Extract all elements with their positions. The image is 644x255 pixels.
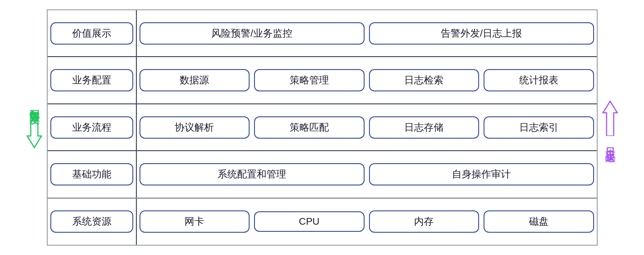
box-feng-xian-yu-jing: 风险预警/业务监控: [139, 22, 365, 45]
row-business-flow: 业务流程 协议解析 策略匹配 日志存储 日志索引: [48, 104, 597, 151]
box-ri-zhi-jian-suo: 日志检索: [369, 69, 480, 91]
cell-rest-biz-flow: 协议解析 策略匹配 日志存储 日志索引: [137, 104, 597, 150]
box-wang-ka: 网卡: [139, 210, 250, 233]
cell-rest-sys-res: 网卡 CPU 内存 磁盘: [137, 199, 597, 245]
box-ce-lue-pi-pei: 策略匹配: [254, 116, 365, 139]
right-arrow-container: 日志上送: [599, 45, 621, 206]
box-ye-wu-liu-cheng: 业务流程: [50, 116, 133, 139]
box-xi-tong-zi-yuan: 系统资源: [50, 210, 133, 233]
box-xie-yi-jie-xi: 协议解析: [139, 116, 250, 139]
box-ri-zhi-cun-chu: 日志存储: [369, 116, 480, 139]
rows-container: 价值展示 风险预警/业务监控 告警外发/日志上报 业务配置: [48, 10, 597, 245]
cell-rest-basic: 系统配置和管理 自身操作审计: [137, 151, 597, 197]
row-top: 价值展示 风险预警/业务监控 告警外发/日志上报: [48, 10, 597, 57]
box-zi-shen-cao-zuo: 自身操作审计: [369, 163, 594, 185]
box-ci-pan: 磁盘: [484, 210, 594, 233]
cell-rest-top: 风险预警/业务监控 告警外发/日志上报: [137, 10, 597, 56]
cell-col1-top: 价值展示: [48, 10, 137, 56]
cell-col1-sys-res: 系统资源: [48, 199, 137, 245]
box-gao-jing-wai-fa: 告警外发/日志上报: [369, 22, 594, 45]
box-xi-tong-pei-zhi: 系统配置和管理: [139, 163, 365, 185]
box-ri-zhi-suo-yin: 日志索引: [484, 116, 594, 139]
row-basic-function: 基础功能 系统配置和管理 自身操作审计: [48, 151, 597, 198]
box-nei-cun: 内存: [369, 210, 480, 233]
architecture-diagram: 配置下发 日志上送 价值展示: [24, 9, 621, 246]
left-arrow-text: 配置下发: [28, 102, 41, 109]
right-arrow-text: 日志上送: [603, 140, 617, 147]
down-arrow-icon: [26, 113, 42, 148]
cell-col1-biz-config: 业务配置: [48, 57, 137, 103]
box-ji-chu-gong-neng: 基础功能: [50, 163, 133, 185]
svg-marker-1: [27, 113, 41, 148]
box-shu-ju-yuan: 数据源: [139, 69, 250, 91]
box-tong-ji-bao-biao: 统计报表: [484, 69, 594, 91]
box-ye-wu-pei-zhi: 业务配置: [50, 69, 133, 91]
box-jia-zhi-zhan-shi: 价值展示: [50, 22, 133, 45]
row-system-resource: 系统资源 网卡 CPU 内存 磁盘: [48, 199, 597, 245]
up-arrow-icon: [602, 100, 618, 136]
cell-rest-biz-config: 数据源 策略管理 日志检索 统计报表: [137, 57, 597, 103]
left-arrow-container: 配置下发: [24, 45, 45, 206]
box-cpu: CPU: [254, 211, 365, 232]
box-ce-lue-guan-li: 策略管理: [254, 69, 365, 91]
svg-marker-2: [603, 101, 617, 136]
cell-col1-basic: 基础功能: [48, 151, 137, 197]
cell-col1-biz-flow: 业务流程: [48, 104, 137, 150]
row-business-config: 业务配置 数据源 策略管理 日志检索 统计报表: [48, 57, 597, 104]
